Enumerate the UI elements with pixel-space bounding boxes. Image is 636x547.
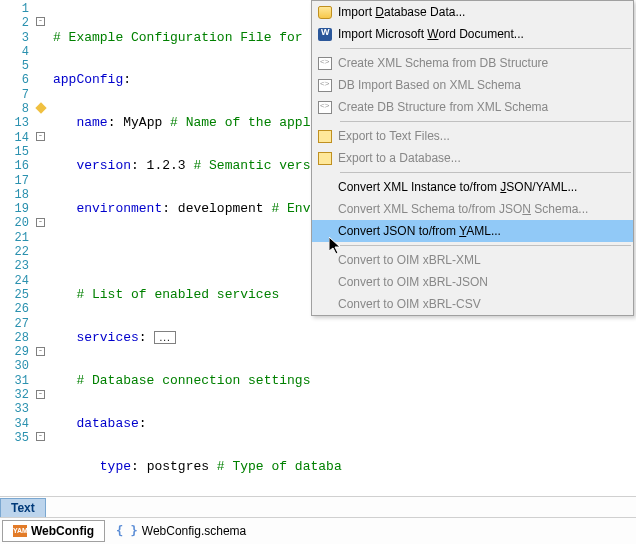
menu-label: Export to a Database...: [338, 151, 625, 165]
folded-content-icon[interactable]: ...: [154, 331, 175, 344]
line-number: 34: [0, 417, 29, 431]
code-text: :: [139, 416, 147, 431]
code-key: name: [76, 115, 107, 130]
code-text: : development: [162, 201, 271, 216]
line-number: 30: [0, 359, 29, 373]
menu-import-database[interactable]: Import Database Data...: [312, 1, 633, 23]
menu-label: Convert to OIM xBRL-XML: [338, 253, 625, 267]
json-schema-icon: { }: [116, 524, 138, 538]
fold-toggle-icon[interactable]: -: [36, 432, 45, 441]
menu-mnemonic: W: [427, 27, 438, 41]
menu-label-part: ord Document...: [438, 27, 523, 41]
file-tab-label: WebConfig.schema: [142, 524, 247, 538]
line-number-gutter: 1234567813141516171819202122232425262728…: [0, 0, 35, 496]
menu-export-db[interactable]: Export to a Database...: [312, 147, 633, 169]
menu-label-part: atabase Data...: [384, 5, 465, 19]
line-number: 1: [0, 2, 29, 16]
menu-label-part: SON/YAML...: [506, 180, 577, 194]
fold-toggle-icon[interactable]: -: [36, 347, 45, 356]
tab-text-view[interactable]: Text: [0, 498, 46, 517]
code-key: appConfig: [53, 72, 123, 87]
file-tab-bar: YAML WebConfig { } WebConfig.schema: [0, 518, 636, 544]
menu-label-part: Convert JSON to/from: [338, 224, 459, 238]
menu-label: Convert to OIM xBRL-JSON: [338, 275, 625, 289]
menu-separator: [340, 245, 631, 246]
line-number: 29: [0, 345, 29, 359]
menu-label-part: AML...: [466, 224, 501, 238]
menu-export-text[interactable]: Export to Text Files...: [312, 125, 633, 147]
line-number: 33: [0, 402, 29, 416]
code-key: version: [76, 158, 131, 173]
code-text: : postgres: [131, 459, 217, 474]
code-comment: # List of enabled services: [76, 287, 279, 302]
code-comment: # Name of the applica: [170, 115, 334, 130]
menu-convert-oim-csv[interactable]: Convert to OIM xBRL-CSV: [312, 293, 633, 315]
menu-convert-xml-schema[interactable]: Convert XML Schema to/from JSON Schema..…: [312, 198, 633, 220]
line-number: 22: [0, 245, 29, 259]
line-number: 19: [0, 202, 29, 216]
menu-separator: [340, 48, 631, 49]
code-text: : MyApp: [108, 115, 170, 130]
line-number: 6: [0, 73, 29, 87]
export-icon: [318, 130, 332, 143]
xml-icon: [318, 57, 332, 70]
fold-toggle-icon[interactable]: -: [36, 390, 45, 399]
menu-db-import-xml[interactable]: DB Import Based on XML Schema: [312, 74, 633, 96]
code-key: type: [100, 459, 131, 474]
menu-separator: [340, 172, 631, 173]
menu-convert-xml-instance[interactable]: Convert XML Instance to/from JSON/YAML..…: [312, 176, 633, 198]
line-number: 27: [0, 317, 29, 331]
context-menu: Import Database Data... Import Microsoft…: [311, 0, 634, 316]
view-tab-bar: Text: [0, 497, 636, 518]
line-number: 24: [0, 274, 29, 288]
fold-collapsed-icon[interactable]: [35, 102, 46, 113]
fold-toggle-icon[interactable]: -: [36, 132, 45, 141]
code-key: environment: [76, 201, 162, 216]
code-comment: # Example Configuration File for a: [53, 30, 326, 45]
line-number: 21: [0, 231, 29, 245]
fold-toggle-icon[interactable]: -: [36, 218, 45, 227]
menu-mnemonic: N: [522, 202, 531, 216]
menu-import-word[interactable]: Import Microsoft Word Document...: [312, 23, 633, 45]
line-number: 8: [0, 102, 29, 116]
menu-label-part: Convert XML Instance to/from: [338, 180, 500, 194]
code-comment: # Type of databa: [217, 459, 342, 474]
line-number: 35: [0, 431, 29, 445]
menu-convert-oim-json[interactable]: Convert to OIM xBRL-JSON: [312, 271, 633, 293]
code-text: :: [123, 72, 131, 87]
line-number: 14: [0, 131, 29, 145]
menu-label: Create XML Schema from DB Structure: [338, 56, 625, 70]
code-text: : 1.2.3: [131, 158, 193, 173]
fold-column: - - - - - -: [35, 0, 49, 496]
menu-label: Convert to OIM xBRL-CSV: [338, 297, 625, 311]
menu-convert-json-yaml[interactable]: Convert JSON to/from YAML...: [312, 220, 633, 242]
fold-toggle-icon[interactable]: -: [36, 17, 45, 26]
line-number: 28: [0, 331, 29, 345]
file-tab-webconfig[interactable]: YAML WebConfig: [2, 520, 105, 542]
yaml-file-icon: YAML: [13, 525, 27, 537]
line-number: 7: [0, 88, 29, 102]
word-icon: [318, 28, 332, 41]
line-number: 15: [0, 145, 29, 159]
menu-convert-oim-xml[interactable]: Convert to OIM xBRL-XML: [312, 249, 633, 271]
menu-label-part: Convert XML Schema to/from JSO: [338, 202, 522, 216]
menu-label-part: Import Microsoft: [338, 27, 427, 41]
menu-label: Create DB Structure from XML Schema: [338, 100, 625, 114]
line-number: 13: [0, 116, 29, 130]
menu-create-db-structure[interactable]: Create DB Structure from XML Schema: [312, 96, 633, 118]
code-key: database: [76, 416, 138, 431]
line-number: 2: [0, 16, 29, 30]
xml-icon: [318, 79, 332, 92]
line-number: 3: [0, 31, 29, 45]
code-key: services: [76, 330, 138, 345]
menu-label-part: Schema...: [531, 202, 588, 216]
file-tab-webconfig-schema[interactable]: { } WebConfig.schema: [105, 520, 257, 542]
menu-create-xml-schema[interactable]: Create XML Schema from DB Structure: [312, 52, 633, 74]
code-comment: # Database connection settings: [76, 373, 310, 388]
line-number: 26: [0, 302, 29, 316]
menu-mnemonic: D: [375, 5, 384, 19]
line-number: 32: [0, 388, 29, 402]
line-number: 4: [0, 45, 29, 59]
line-number: 17: [0, 174, 29, 188]
menu-label-part: Import: [338, 5, 375, 19]
